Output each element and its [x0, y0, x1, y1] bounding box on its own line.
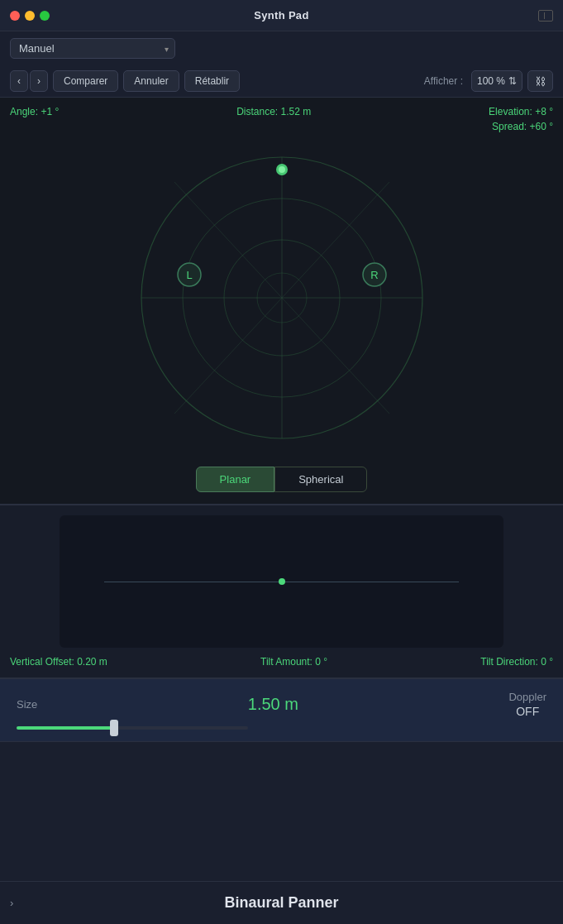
angle-label: Angle:: [10, 106, 38, 117]
nav-forward-button[interactable]: ›: [30, 70, 48, 92]
size-label: Size: [17, 698, 37, 711]
traffic-light-green[interactable]: [40, 11, 50, 21]
link-button[interactable]: ⛓: [527, 70, 553, 92]
spread-value: +60 °: [529, 121, 553, 132]
panner-section: Angle: +1 ° Distance: 1.52 m Elevation: …: [0, 98, 563, 505]
vertical-offset-value: 0.20 m: [77, 656, 107, 668]
distance-label: Distance:: [236, 106, 278, 117]
size-value: 1.50 m: [37, 695, 508, 714]
controls-section: Size 1.50 m Doppler OFF: [0, 679, 563, 742]
vertical-offset-stat: Vertical Offset: 0.20 m: [10, 656, 107, 668]
side-section: Vertical Offset: 0.20 m Tilt Amount: 0 °…: [0, 505, 563, 679]
spherical-mode-button[interactable]: Spherical: [274, 467, 367, 492]
angle-stat: Angle: +1 °: [10, 106, 59, 117]
tilt-direction-value: 0 °: [541, 656, 553, 668]
svg-point-13: [279, 166, 285, 173]
radar-container[interactable]: L R: [10, 141, 553, 455]
elevation-value: +8 °: [535, 106, 553, 117]
zoom-control[interactable]: 100 % ⇅: [471, 70, 522, 92]
doppler-value[interactable]: OFF: [516, 705, 539, 718]
size-slider-fill: [17, 726, 114, 730]
side-dot: [279, 578, 285, 585]
nav-back-button[interactable]: ‹: [10, 70, 28, 92]
tilt-direction-label: Tilt Direction:: [480, 656, 538, 668]
panner-stats: Angle: +1 ° Distance: 1.52 m Elevation: …: [10, 106, 553, 132]
vertical-offset-label: Vertical Offset:: [10, 656, 74, 668]
size-slider-track[interactable]: [17, 726, 248, 730]
distance-stat: Distance: 1.52 m: [236, 106, 311, 117]
undo-button[interactable]: Annuler: [123, 70, 179, 92]
elevation-stat: Elevation: +8 °: [489, 106, 553, 117]
window-icon: [538, 10, 553, 22]
title-bar: Synth Pad: [0, 0, 563, 31]
zoom-value: 100 %: [477, 75, 505, 87]
planar-mode-button[interactable]: Planar: [196, 467, 275, 492]
size-slider-thumb[interactable]: [110, 720, 118, 736]
panner-stats-left: Angle: +1 °: [10, 106, 59, 132]
toolbar: ‹ › Comparer Annuler Rétablir Afficher :…: [0, 65, 563, 98]
bottom-bar: › Binaural Panner: [0, 881, 563, 924]
traffic-light-yellow[interactable]: [25, 11, 35, 21]
side-display[interactable]: [60, 515, 503, 648]
tilt-direction-stat: Tilt Direction: 0 °: [480, 656, 553, 668]
controls-row: Size 1.50 m Doppler OFF: [17, 691, 546, 718]
window-icon-inner: [540, 12, 545, 19]
distance-value: 1.52 m: [281, 106, 312, 117]
traffic-lights: [10, 11, 50, 21]
panner-stats-center: Distance: 1.52 m: [236, 106, 311, 132]
bottom-title: Binaural Panner: [224, 894, 338, 912]
mode-buttons: Planar Spherical: [10, 467, 553, 492]
view-label: Afficher :: [424, 75, 463, 87]
tilt-amount-label: Tilt Amount:: [260, 656, 313, 668]
radar-svg[interactable]: L R: [108, 141, 456, 455]
link-icon: ⛓: [535, 75, 546, 88]
svg-text:R: R: [370, 269, 378, 281]
spread-stat: Spread: +60 °: [492, 121, 553, 132]
tilt-amount-stat: Tilt Amount: 0 °: [260, 656, 327, 668]
zoom-arrows-icon: ⇅: [508, 75, 517, 87]
angle-value: +1 °: [41, 106, 59, 117]
traffic-light-red[interactable]: [10, 11, 20, 21]
compare-button[interactable]: Comparer: [53, 70, 118, 92]
doppler-label: Doppler: [508, 691, 546, 703]
redo-button[interactable]: Rétablir: [184, 70, 240, 92]
preset-bar: Manuel ▾: [0, 31, 563, 65]
elevation-label: Elevation:: [489, 106, 532, 117]
window-icon-btn[interactable]: [538, 10, 553, 22]
spread-label: Spread:: [492, 121, 527, 132]
side-stats: Vertical Offset: 0.20 m Tilt Amount: 0 °…: [10, 656, 553, 668]
slider-row: [17, 726, 546, 730]
svg-text:L: L: [186, 269, 192, 281]
tilt-amount-value: 0 °: [315, 656, 327, 668]
nav-group: ‹ ›: [10, 70, 48, 92]
window-title: Synth Pad: [254, 9, 308, 22]
panner-stats-right: Elevation: +8 ° Spread: +60 °: [489, 106, 553, 132]
preset-select[interactable]: Manuel: [10, 38, 175, 59]
preset-wrapper: Manuel ▾: [10, 38, 175, 59]
expand-icon[interactable]: ›: [10, 897, 13, 909]
doppler-section: Doppler OFF: [508, 691, 546, 718]
